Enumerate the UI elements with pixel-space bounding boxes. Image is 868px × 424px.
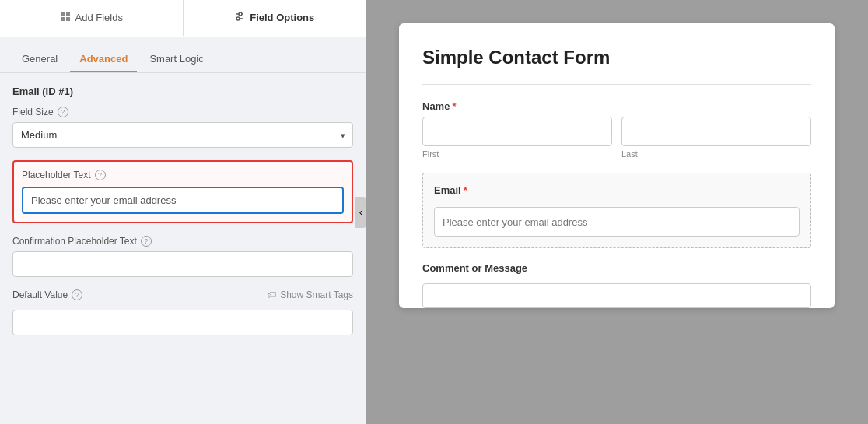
collapse-handle[interactable]: ‹: [355, 197, 366, 228]
svg-point-7: [236, 17, 240, 20]
svg-rect-3: [66, 17, 70, 21]
default-value-group: Default Value ? 🏷 Show Smart Tags: [12, 289, 353, 335]
confirmation-placeholder-input[interactable]: [12, 251, 353, 277]
grid-icon: [60, 11, 71, 24]
svg-rect-1: [66, 12, 70, 16]
field-size-label-row: Field Size ?: [12, 107, 353, 117]
confirmation-placeholder-label: Confirmation Placeholder Text: [12, 236, 137, 247]
placeholder-text-label-row: Placeholder Text ?: [22, 170, 344, 180]
placeholder-text-label: Placeholder Text: [22, 170, 91, 180]
show-smart-tags-label: Show Smart Tags: [280, 289, 353, 300]
placeholder-text-help-icon[interactable]: ?: [95, 170, 106, 180]
field-section-title: Email (ID #1): [12, 86, 353, 97]
confirmation-placeholder-help-icon[interactable]: ?: [141, 236, 152, 247]
subtab-advanced[interactable]: Advanced: [70, 47, 137, 72]
name-required-star: *: [452, 100, 456, 112]
confirmation-placeholder-group: Confirmation Placeholder Text ?: [12, 236, 353, 277]
email-input[interactable]: [434, 207, 800, 237]
placeholder-text-group: Placeholder Text ?: [12, 160, 353, 223]
comment-field-row: Comment or Message: [422, 262, 811, 308]
panel-content: Email (ID #1) Field Size ? Small Medium …: [0, 73, 366, 424]
left-panel: Add Fields Field Options General Advance…: [0, 0, 366, 424]
tab-add-fields[interactable]: Add Fields: [0, 0, 184, 37]
tag-icon: 🏷: [267, 289, 276, 300]
show-smart-tags-button[interactable]: 🏷 Show Smart Tags: [267, 289, 353, 300]
comment-label: Comment or Message: [422, 262, 811, 274]
default-value-input[interactable]: [12, 310, 353, 335]
top-tabs: Add Fields Field Options: [0, 0, 366, 37]
email-field-row: Email *: [422, 173, 811, 248]
sub-tabs: General Advanced Smart Logic: [0, 37, 366, 73]
confirmation-placeholder-label-row: Confirmation Placeholder Text ?: [12, 236, 353, 247]
collapse-icon: ‹: [359, 206, 362, 218]
last-name-field: Last: [621, 117, 811, 159]
field-size-label: Field Size: [12, 107, 54, 117]
form-card: Simple Contact Form Name * First Last: [399, 23, 835, 308]
form-divider: [422, 84, 811, 85]
default-value-header: Default Value ? 🏷 Show Smart Tags: [12, 289, 353, 300]
field-size-group: Field Size ? Small Medium Large ▾: [12, 107, 353, 148]
last-label: Last: [621, 149, 811, 159]
first-name-field: First: [422, 117, 612, 159]
svg-rect-0: [61, 12, 65, 16]
svg-rect-2: [61, 17, 65, 21]
email-required-star: *: [464, 184, 467, 196]
default-value-label: Default Value: [12, 289, 68, 300]
tab-add-fields-label: Add Fields: [75, 12, 123, 23]
email-label: Email *: [434, 184, 800, 196]
first-name-input[interactable]: [422, 117, 612, 146]
sliders-icon: [234, 11, 245, 24]
svg-point-6: [239, 12, 242, 16]
name-fields-container: First Last: [422, 117, 811, 159]
field-size-select-wrapper: Small Medium Large ▾: [12, 122, 353, 148]
field-size-help-icon[interactable]: ?: [58, 107, 68, 117]
default-value-label-row: Default Value ?: [12, 289, 82, 300]
right-panel: Simple Contact Form Name * First Last: [366, 0, 868, 424]
name-field-row: Name * First Last: [422, 100, 811, 159]
field-size-select[interactable]: Small Medium Large: [12, 122, 353, 148]
subtab-smart-logic[interactable]: Smart Logic: [140, 47, 212, 72]
form-title: Simple Contact Form: [422, 47, 811, 68]
name-label: Name *: [422, 100, 811, 112]
subtab-general[interactable]: General: [12, 47, 67, 72]
placeholder-text-input[interactable]: [22, 187, 344, 214]
last-name-input[interactable]: [621, 117, 811, 146]
tab-field-options[interactable]: Field Options: [184, 0, 366, 37]
first-label: First: [422, 149, 612, 159]
tab-field-options-label: Field Options: [250, 12, 314, 23]
comment-input[interactable]: [422, 283, 811, 308]
default-value-help-icon[interactable]: ?: [72, 289, 82, 300]
